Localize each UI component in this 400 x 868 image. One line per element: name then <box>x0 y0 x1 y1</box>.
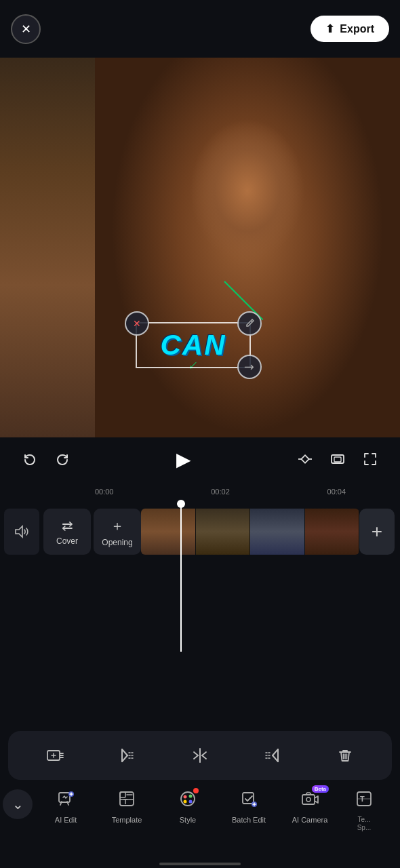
nav-item-style[interactable]: Style <box>157 785 218 829</box>
timeline-ruler: 00:01/00:29 00:00 00:02 00:04 <box>0 481 400 502</box>
undo-redo-group <box>16 446 76 473</box>
svg-point-40 <box>184 795 187 799</box>
nav-collapse[interactable]: ⌄ <box>0 785 35 823</box>
svg-rect-0 <box>301 455 308 462</box>
sound-icon[interactable] <box>4 509 39 555</box>
scroll-indicator <box>159 863 241 865</box>
te-sp-icon: T <box>355 789 374 812</box>
undo-button[interactable] <box>16 446 43 473</box>
style-icon <box>178 789 197 812</box>
nav-item-ai-edit[interactable]: AI Edit <box>35 785 96 829</box>
svg-line-21 <box>202 752 206 755</box>
timeline-area: ⇄ Cover ＋ Opening + ‹ CC The › CC abou <box>0 502 400 652</box>
film-frame-1 <box>141 509 196 555</box>
add-clip-tool[interactable] <box>40 741 70 770</box>
keyframe-button[interactable] <box>292 446 319 473</box>
film-frame-3 <box>250 509 305 555</box>
nav-item-ai-camera[interactable]: Beta AI Camera <box>279 785 340 829</box>
delete-tool[interactable] <box>330 741 360 770</box>
opening-icon: ＋ <box>111 517 124 535</box>
split-tool[interactable] <box>185 741 215 770</box>
trim-left-tool[interactable] <box>113 741 142 770</box>
close-icon: ✕ <box>21 22 31 37</box>
play-icon: ▶ <box>176 448 191 471</box>
export-label: Export <box>340 23 374 35</box>
nav-label-template: Template <box>112 816 142 825</box>
fullscreen-button[interactable] <box>357 446 384 473</box>
nav-label-te-sp: Te...Sp... <box>357 816 372 832</box>
ai-camera-icon: Beta <box>300 789 319 812</box>
nav-label-ai-edit: AI Edit <box>55 816 77 825</box>
right-controls <box>292 446 384 473</box>
ruler-mark-1: 00:02 <box>162 488 278 496</box>
style-badge-dot <box>193 788 199 793</box>
opening-label: Opening <box>102 538 132 547</box>
face-overlay <box>95 58 400 437</box>
ai-edit-icon <box>56 789 75 812</box>
video-preview: ↓ ✕ CAN ↗ <box>0 58 400 437</box>
svg-point-41 <box>189 795 193 798</box>
collapse-button[interactable]: ⌄ <box>3 789 33 819</box>
text-overlay-box[interactable]: ✕ CAN ↗ <box>136 322 251 368</box>
text-overlay-content: CAN <box>161 329 226 361</box>
nav-item-te-sp[interactable]: T Te...Sp... <box>340 785 388 836</box>
export-icon: ⬆ <box>325 22 334 35</box>
cover-icon: ⇄ <box>62 517 73 534</box>
ai-camera-beta-badge: Beta <box>312 785 329 793</box>
playhead[interactable] <box>180 502 182 652</box>
nav-label-ai-camera: AI Camera <box>292 816 328 825</box>
play-button[interactable]: ▶ <box>169 444 199 474</box>
opening-button[interactable]: ＋ Opening <box>94 509 141 555</box>
close-button[interactable]: ✕ <box>11 14 41 44</box>
redo-button[interactable] <box>49 446 76 473</box>
svg-line-24 <box>273 749 278 755</box>
ruler-mark-2: 00:04 <box>279 488 395 496</box>
ruler-mark-0: 00:00 <box>46 488 162 496</box>
cover-label: Cover <box>56 536 78 546</box>
svg-marker-5 <box>16 526 22 537</box>
delete-handle[interactable]: ✕ <box>125 311 149 336</box>
nav-label-batch-edit: Batch Edit <box>232 816 266 825</box>
cover-button[interactable]: ⇄ Cover <box>43 509 91 555</box>
svg-line-22 <box>202 755 206 759</box>
bottom-toolbar <box>8 731 392 780</box>
edit-handle[interactable] <box>237 311 262 336</box>
collapse-icon: ⌄ <box>12 796 24 812</box>
video-track: ⇄ Cover ＋ Opening + <box>0 502 400 557</box>
track-thumb-buttons: ⇄ Cover ＋ Opening <box>43 509 141 555</box>
add-track-button[interactable]: + <box>359 509 395 555</box>
svg-point-43 <box>184 800 187 804</box>
batch-edit-icon <box>239 789 258 812</box>
svg-line-13 <box>122 749 127 755</box>
nav-item-template[interactable]: T Template <box>96 785 157 829</box>
filmstrip <box>141 509 359 555</box>
svg-rect-44 <box>243 793 254 804</box>
svg-text:T: T <box>123 798 127 806</box>
controls-bar: ▶ <box>0 437 400 481</box>
svg-line-19 <box>194 752 198 755</box>
svg-point-42 <box>189 800 193 804</box>
template-icon: T <box>117 789 136 812</box>
svg-point-39 <box>181 792 195 806</box>
aspect-ratio-button[interactable] <box>324 446 351 473</box>
svg-rect-46 <box>302 795 315 804</box>
film-frame-2 <box>196 509 251 555</box>
svg-line-14 <box>122 755 127 762</box>
svg-rect-32 <box>59 793 70 802</box>
film-frame-4 <box>305 509 360 555</box>
svg-line-25 <box>273 755 278 762</box>
top-bar: ✕ ⬆ Export <box>0 0 400 58</box>
export-button[interactable]: ⬆ Export <box>311 16 389 42</box>
svg-rect-4 <box>334 457 341 462</box>
svg-point-47 <box>306 797 311 802</box>
bottom-nav: ⌄ AI Edit T Template <box>0 780 400 854</box>
svg-line-20 <box>194 755 198 759</box>
nav-label-style: Style <box>180 816 196 825</box>
trim-right-tool[interactable] <box>258 741 287 770</box>
nav-item-batch-edit[interactable]: Batch Edit <box>218 785 279 829</box>
